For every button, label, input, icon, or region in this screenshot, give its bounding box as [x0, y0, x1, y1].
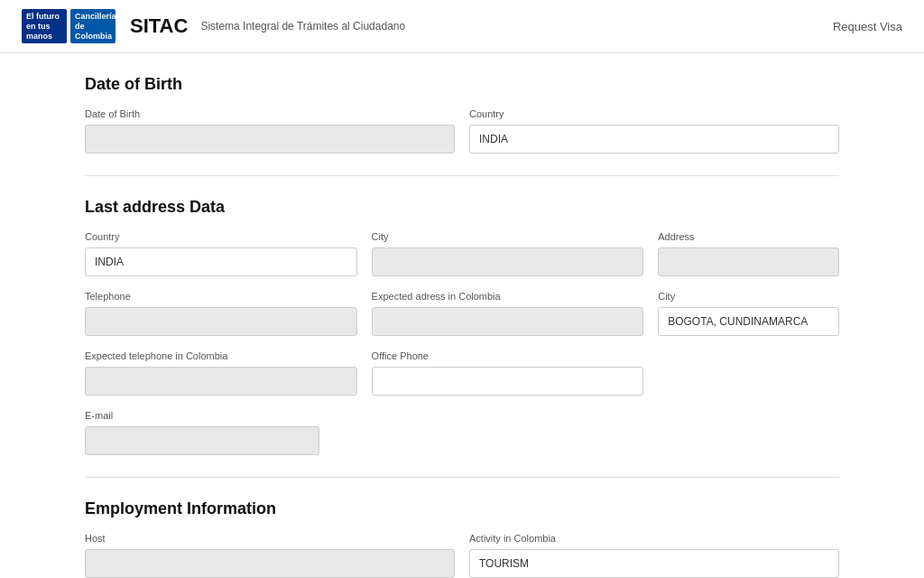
- expected-telephone-input[interactable]: [85, 367, 357, 396]
- dob-row: Date of Birth Country: [85, 108, 839, 154]
- sitac-subtitle: Sistema Integral de Trámites al Ciudadan…: [200, 20, 405, 33]
- divider-1: [85, 175, 839, 176]
- sitac-logo-text: SITAC: [130, 14, 188, 38]
- address-country-input[interactable]: [85, 247, 357, 276]
- address-row-1: Country City Address: [85, 231, 839, 276]
- last-address-section: Last address Data Country City Address T…: [85, 198, 839, 455]
- expected-address-label: Expected adress in Colombia: [372, 291, 644, 302]
- badge-cancilleria: Cancillería de Colombia: [70, 9, 116, 43]
- main-content: Date of Birth Date of Birth Country Last…: [56, 53, 868, 578]
- host-input[interactable]: [85, 549, 455, 578]
- date-of-birth-section: Date of Birth Date of Birth Country: [85, 75, 839, 154]
- address-row-3: Expected telephone in Colombia Office Ph…: [85, 350, 839, 396]
- dob-label: Date of Birth: [85, 108, 455, 119]
- address-country-label: Country: [85, 231, 357, 242]
- employment-title: Employment Information: [85, 499, 839, 518]
- activity-label: Activity in Colombia: [469, 533, 839, 544]
- city2-label: City: [658, 291, 839, 302]
- employment-row: Host Activity in Colombia: [85, 533, 839, 578]
- email-label: E-mail: [85, 410, 319, 421]
- address-addr-group: Address: [658, 231, 839, 276]
- address-city-group: City: [372, 231, 644, 276]
- expected-telephone-group: Expected telephone in Colombia: [85, 350, 357, 396]
- email-group: E-mail: [85, 410, 319, 455]
- address-addr-label: Address: [658, 231, 839, 242]
- address-row-2: Telephone Expected adress in Colombia Ci…: [85, 291, 839, 336]
- office-phone-group: Office Phone: [372, 350, 644, 396]
- dob-country-label: Country: [469, 108, 839, 119]
- request-visa-link[interactable]: Request Visa: [833, 20, 902, 33]
- divider-2: [85, 477, 839, 478]
- address-row-4: E-mail: [85, 410, 839, 455]
- dob-group: Date of Birth: [85, 108, 455, 154]
- employment-section: Employment Information Host Activity in …: [85, 499, 839, 578]
- dob-country-group: Country: [469, 108, 839, 154]
- office-phone-label: Office Phone: [372, 350, 644, 361]
- email-input[interactable]: [85, 426, 319, 455]
- logo-badges: El futuro en tus manos Cancillería de Co…: [22, 9, 116, 43]
- last-address-title: Last address Data: [85, 198, 839, 217]
- telephone-label: Telephone: [85, 291, 357, 302]
- expected-address-group: Expected adress in Colombia: [372, 291, 644, 336]
- badge-colombia: El futuro en tus manos: [22, 9, 67, 43]
- dob-country-input[interactable]: [469, 125, 839, 154]
- header: El futuro en tus manos Cancillería de Co…: [0, 0, 924, 53]
- expected-telephone-label: Expected telephone in Colombia: [85, 350, 357, 361]
- address-city-input[interactable]: [372, 247, 644, 276]
- address-country-group: Country: [85, 231, 357, 276]
- city2-input[interactable]: [658, 307, 839, 336]
- header-left: El futuro en tus manos Cancillería de Co…: [22, 9, 405, 43]
- telephone-input[interactable]: [85, 307, 357, 336]
- city2-group: City: [658, 291, 839, 336]
- telephone-group: Telephone: [85, 291, 357, 336]
- office-phone-input[interactable]: [372, 367, 644, 396]
- address-city-label: City: [372, 231, 644, 242]
- expected-address-input[interactable]: [372, 307, 644, 336]
- address-addr-input[interactable]: [658, 247, 839, 276]
- activity-group: Activity in Colombia: [469, 533, 839, 578]
- host-label: Host: [85, 533, 455, 544]
- date-of-birth-title: Date of Birth: [85, 75, 839, 94]
- dob-input[interactable]: [85, 125, 455, 154]
- host-group: Host: [85, 533, 455, 578]
- activity-input[interactable]: [469, 549, 839, 578]
